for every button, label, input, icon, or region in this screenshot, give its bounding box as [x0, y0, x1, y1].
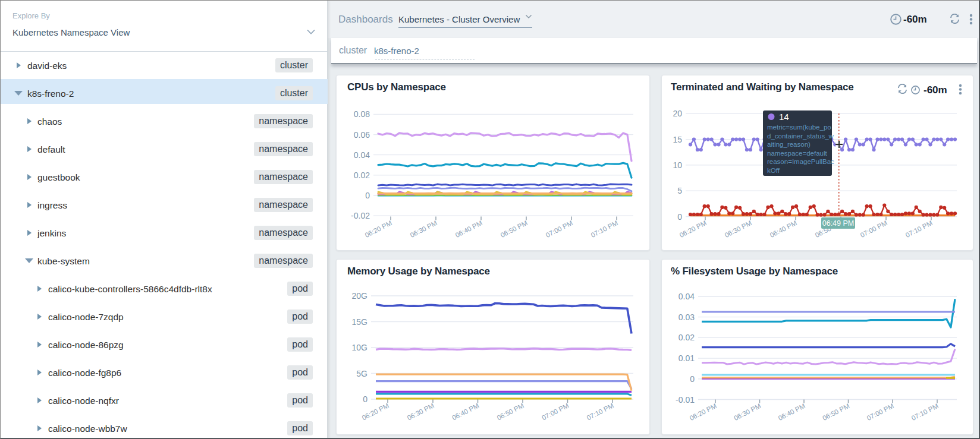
svg-text:07:00 PM: 07:00 PM [541, 402, 570, 422]
svg-text:14: 14 [779, 112, 789, 122]
svg-text:06:50 PM: 06:50 PM [500, 219, 529, 239]
svg-text:06:40 PM: 06:40 PM [769, 219, 798, 239]
svg-text:06:49 PM: 06:49 PM [822, 219, 855, 228]
svg-text:10: 10 [673, 160, 682, 170]
svg-text:06:20 PM: 06:20 PM [364, 219, 393, 239]
svg-text:0.02: 0.02 [354, 170, 370, 180]
svg-text:0.02: 0.02 [679, 333, 695, 342]
svg-text:06:20 PM: 06:20 PM [679, 219, 708, 239]
svg-text:06:30 PM: 06:30 PM [733, 402, 762, 422]
svg-text:0.04: 0.04 [354, 150, 370, 160]
svg-text:0.01: 0.01 [679, 353, 695, 363]
svg-text:06:20 PM: 06:20 PM [361, 402, 390, 422]
svg-text:06:20 PM: 06:20 PM [689, 402, 718, 422]
svg-text:06:30 PM: 06:30 PM [409, 219, 438, 239]
svg-text:kOff: kOff [767, 167, 780, 174]
svg-text:5G: 5G [356, 369, 368, 378]
svg-text:06:50 PM: 06:50 PM [821, 402, 850, 422]
svg-text:07:10 PM: 07:10 PM [586, 402, 615, 422]
svg-text:07:10 PM: 07:10 PM [910, 402, 940, 422]
svg-text:reason=ImagePullBac: reason=ImagePullBac [767, 158, 834, 165]
svg-text:0.03: 0.03 [679, 312, 695, 322]
svg-text:07:00 PM: 07:00 PM [545, 219, 574, 239]
svg-text:20G: 20G [352, 291, 368, 301]
svg-text:metric=sum(kube_po: metric=sum(kube_po [767, 124, 831, 131]
svg-text:0: 0 [690, 374, 695, 384]
svg-text:0: 0 [363, 394, 368, 404]
svg-text:06:50 PM: 06:50 PM [496, 402, 525, 422]
svg-text:-0.01: -0.01 [676, 395, 695, 405]
svg-text:06:30 PM: 06:30 PM [406, 402, 435, 422]
svg-text:07:00 PM: 07:00 PM [859, 219, 888, 239]
svg-text:07:10 PM: 07:10 PM [590, 219, 619, 239]
svg-text:15: 15 [673, 135, 682, 144]
svg-text:20: 20 [673, 109, 682, 118]
svg-text:07:10 PM: 07:10 PM [904, 219, 934, 239]
svg-text:10G: 10G [352, 343, 368, 352]
svg-text:06:40 PM: 06:40 PM [451, 402, 480, 422]
svg-text:0.08: 0.08 [354, 109, 370, 119]
svg-text:d_container_status_w: d_container_status_w [767, 132, 834, 140]
svg-text:06:30 PM: 06:30 PM [724, 219, 753, 239]
svg-text:0: 0 [677, 212, 682, 222]
svg-text:namespace=default: namespace=default [767, 150, 828, 157]
svg-text:0.06: 0.06 [354, 130, 370, 140]
svg-text:5: 5 [677, 186, 682, 195]
svg-text:aiting_reason): aiting_reason) [767, 141, 811, 148]
svg-text:-0.02: -0.02 [351, 211, 370, 220]
svg-text:0.04: 0.04 [679, 292, 695, 301]
svg-text:07:00 PM: 07:00 PM [866, 402, 895, 422]
svg-text:06:40 PM: 06:40 PM [777, 402, 806, 422]
svg-text:15G: 15G [352, 317, 368, 327]
svg-text:06:40 PM: 06:40 PM [454, 219, 483, 239]
svg-text:0: 0 [365, 191, 370, 200]
